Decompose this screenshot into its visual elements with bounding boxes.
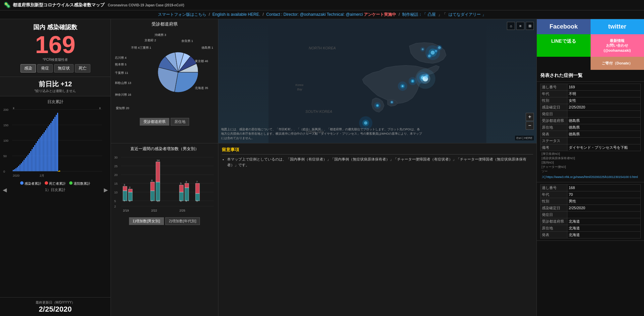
line-button[interactable]: LINEで送る — [537, 34, 591, 57]
svg-point-78 — [401, 85, 403, 87]
svg-point-102 — [364, 121, 368, 125]
svg-text:50: 50 — [3, 154, 7, 158]
svg-text:愛知県 20: 愛知県 20 — [116, 106, 129, 110]
svg-text:6: 6 — [151, 179, 153, 182]
app-subtitle: Coronavirus COVID-19 Japan Case (2019-nC… — [108, 3, 184, 7]
map-zoom-in-btn[interactable]: + — [526, 113, 534, 121]
donate-button[interactable]: ご寄付（Donate） — [591, 57, 644, 70]
weekly-bar-section: 直近一週間の感染者増加数（男女別） 30 25 20 15 10 5 2 — [111, 143, 218, 316]
map-grid-btn[interactable]: ⊞ — [526, 22, 534, 30]
weekly-bar-chart: 30 25 20 15 10 5 2 — [114, 154, 215, 215]
tab-infection[interactable]: 感染 — [20, 64, 36, 73]
svg-text:Korea: Korea — [295, 83, 303, 87]
credit1-link[interactable]: 凸屋 — [428, 12, 436, 17]
svg-point-87 — [377, 104, 379, 106]
case-table-169: 過し番号 169 年代 不明 性別 女性 感染確定日 2/25/2020 — [540, 84, 641, 151]
svg-text:2/25: 2/25 — [179, 209, 185, 212]
svg-text:SOUTH KOREA: SOUTH KOREA — [305, 109, 332, 114]
map-home-btn[interactable]: ⌂ — [507, 22, 515, 30]
weekly-tab-age[interactable]: 2)増加数[年代別] — [165, 217, 200, 225]
facebook-button[interactable]: Facebook — [537, 19, 591, 34]
chart-next-btn[interactable]: ▶ — [104, 187, 108, 193]
legend-discharge: 退院数累計 — [69, 181, 90, 186]
svg-text:7: 7 — [196, 180, 198, 183]
survey-link[interactable]: アンケート実施中 — [364, 12, 396, 17]
table-row: ステータス — [541, 137, 641, 144]
table-row: 性別 男性 — [541, 198, 641, 205]
map-list-btn[interactable]: ≡ — [516, 22, 524, 30]
svg-text:東京都 46: 東京都 46 — [195, 59, 208, 63]
map-footer-note: 地図上には、感染者の居住地について、「市区町村」、「（総合）振興局」、「都道府県… — [221, 127, 423, 140]
contact-button[interactable]: 最新情報お問い合わせ(@oohamazaki) — [591, 34, 644, 57]
svg-rect-17 — [22, 162, 23, 171]
director-link[interactable]: @oohamazaki — [300, 12, 326, 17]
svg-text:2: 2 — [129, 186, 131, 189]
pie-tab-residence[interactable]: 居住地 — [171, 118, 189, 126]
credit2-link[interactable]: はてなダイアリー — [448, 12, 481, 17]
case-source-169[interactable]: ス] https://www3.nhk.or.jp/news/html/2020… — [540, 174, 641, 180]
svg-text:北海道 35: 北海道 35 — [195, 86, 208, 90]
svg-text:奈良県 1: 奈良県 1 — [181, 39, 193, 43]
svg-text:6: 6 — [180, 199, 182, 202]
tab-death[interactable]: 死亡 — [75, 64, 90, 73]
technical-link[interactable]: @aimerci — [346, 12, 363, 17]
svg-rect-43 — [57, 113, 58, 171]
table-row: 年代 不明 — [541, 90, 641, 97]
app-title: 都道府県別新型コロナウイルス感染者数マップ — [13, 2, 104, 8]
svg-rect-37 — [49, 125, 50, 171]
svg-text:京都府 2: 京都府 2 — [144, 39, 156, 42]
svg-text:2020: 2020 — [13, 174, 19, 177]
nav-bar: スマートフォン版はこちら / English is available HERE… — [0, 10, 644, 19]
svg-text:7: 7 — [151, 199, 153, 202]
table-row: 感染確定日 2/25/2020 — [541, 205, 641, 211]
english-link[interactable]: English is available HERE. — [212, 12, 260, 17]
table-row: 発症日 — [541, 211, 641, 218]
weekly-tab-gender[interactable]: 1)増加数[男女別] — [129, 217, 164, 225]
social-buttons: Facebook twitter LINEで送る 最新情報お問い合わせ(@ooh… — [537, 19, 644, 70]
tab-onset[interactable]: 発症 — [37, 64, 53, 73]
svg-text:千葉県 11: 千葉県 11 — [115, 71, 128, 75]
svg-text:沖縄県 3: 沖縄県 3 — [155, 33, 166, 37]
twitter-button[interactable]: twitter — [591, 19, 644, 34]
svg-rect-130 — [156, 182, 160, 201]
map-zoom-out-btn[interactable]: − — [526, 122, 534, 130]
svg-point-97 — [425, 75, 428, 78]
weekly-chart-svg: 30 25 20 15 10 5 2 — [114, 154, 214, 214]
table-row: 年代 70 — [541, 191, 641, 198]
svg-rect-11 — [14, 169, 15, 171]
case-table-168: 過し番号 168 年代 70 性別 男性 感染確定日 2/25/2020 — [540, 184, 641, 238]
middle-area: 受診都道府県 — [111, 19, 536, 316]
chart-prev-btn[interactable]: ◀ — [3, 187, 7, 193]
technical-label: Technical: — [327, 12, 344, 17]
infection-count: 169 — [5, 33, 105, 57]
daily-bar-chart: 200 150 100 50 0 — [3, 106, 108, 180]
svg-rect-44 — [58, 171, 59, 172]
svg-text:10: 10 — [114, 191, 118, 194]
weekly-bar-tabs: 1)増加数[男女別] 2)増加数[年代別] — [114, 217, 215, 225]
app-logo: 🦠 都道府県別新型コロナウイルス感染者数マップ Coronavirus COVI… — [3, 1, 184, 9]
map-section: NORTH KOREA Korea Bay SOUTH KOREA JAPAN … — [218, 19, 536, 143]
daily-chart-svg: 200 150 100 50 0 — [3, 106, 103, 180]
svg-rect-32 — [42, 134, 43, 171]
svg-rect-21 — [28, 155, 29, 171]
svg-text:3: 3 — [124, 183, 125, 186]
table-row: 過し番号 169 — [541, 84, 641, 90]
svg-rect-140 — [185, 183, 189, 188]
notice-list: 本マップ上で症例としているのは、「国内事例（有症状者）」「国内事例（無症状病原体… — [222, 156, 533, 168]
bottom-middle: 直近一週間の感染者増加数（男女別） 30 25 20 15 10 5 2 — [111, 143, 536, 316]
case-card-169: 過し番号 169 年代 不明 性別 女性 感染確定日 2/25/2020 — [537, 82, 644, 182]
case-notes-169: [厚労発表NO][感染状病原体保有者NO][国内NO][チャーター便NO]ソー — [540, 151, 641, 174]
case-list: 過し番号 169 年代 不明 性別 女性 感染確定日 2/25/2020 — [537, 82, 644, 316]
tab-asymptomatic[interactable]: 無症状 — [54, 64, 74, 73]
pie-tab-prefecture[interactable]: 受診都道府県 — [140, 118, 169, 126]
svg-rect-15 — [19, 165, 20, 171]
left-panel: 国内 感染確認数 169 *PCR検査陽性者 感染 発症 無症状 死亡 前日比 … — [0, 19, 111, 316]
svg-rect-31 — [41, 136, 42, 171]
smartphone-link[interactable]: スマートフォン版はこちら — [158, 12, 206, 17]
svg-rect-42 — [56, 115, 57, 171]
table-row: 受診都道府県 徳島県 — [541, 117, 641, 124]
svg-rect-122 — [128, 189, 132, 192]
svg-rect-30 — [40, 137, 41, 171]
svg-text:5: 5 — [196, 199, 198, 202]
svg-text:5: 5 — [180, 182, 182, 185]
